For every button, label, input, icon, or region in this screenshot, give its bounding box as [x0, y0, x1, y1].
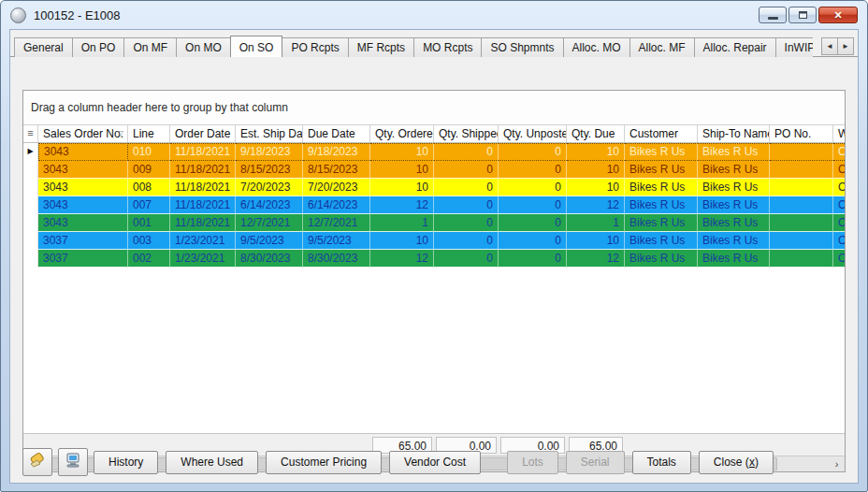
- cell-qty_due[interactable]: 1: [567, 214, 625, 232]
- column-header-order-date[interactable]: Order Date: [170, 125, 236, 142]
- group-by-panel[interactable]: Drag a column header here to group by th…: [23, 91, 845, 125]
- minimize-button[interactable]: [759, 7, 787, 23]
- column-header-line[interactable]: Line: [128, 125, 170, 142]
- cell-ship_to[interactable]: Bikes R Us: [698, 232, 770, 250]
- cell-w[interactable]: Op: [833, 196, 845, 214]
- column-header-sales-order-no[interactable]: Sales Order No.▽: [38, 125, 128, 142]
- cell-w[interactable]: Op: [833, 161, 845, 179]
- cell-qty_ordered[interactable]: 12: [370, 196, 434, 214]
- cell-qty_due[interactable]: 10: [567, 179, 625, 196]
- cell-qty_unposted[interactable]: 0: [499, 214, 567, 232]
- cell-est_ship_date[interactable]: 12/7/2021: [236, 214, 303, 232]
- cell-customer[interactable]: Bikes R Us: [625, 143, 698, 161]
- customer-pricing-button[interactable]: Customer Pricing: [266, 451, 382, 474]
- tab-alloc-repair[interactable]: Alloc. Repair: [694, 37, 776, 57]
- tab-on-so[interactable]: On SO: [230, 36, 283, 57]
- table-row[interactable]: 30370021/23/20218/30/20238/30/2023120012…: [23, 250, 845, 268]
- maximize-button[interactable]: [788, 7, 817, 23]
- table-row[interactable]: 304300811/18/20217/20/20237/20/202310001…: [23, 179, 845, 196]
- cell-customer[interactable]: Bikes R Us: [625, 196, 698, 214]
- cell-order_date[interactable]: 1/23/2021: [170, 232, 236, 250]
- cell-qty_due[interactable]: 10: [567, 232, 625, 250]
- cell-qty_shipped[interactable]: 0: [434, 232, 499, 250]
- cell-est_ship_date[interactable]: 9/5/2023: [236, 232, 303, 250]
- cell-so[interactable]: 3043: [38, 196, 128, 214]
- cell-qty_ordered[interactable]: 1: [370, 214, 434, 232]
- column-header-qty-shipped[interactable]: Qty. Shipped: [434, 125, 499, 142]
- cell-order_date[interactable]: 11/18/2021: [170, 143, 236, 161]
- cell-ship_to[interactable]: Bikes R Us: [698, 214, 770, 232]
- cell-w[interactable]: Op: [833, 143, 845, 161]
- tab-on-mf[interactable]: On MF: [123, 37, 177, 57]
- cell-due_date[interactable]: 6/14/2023: [303, 196, 370, 214]
- table-row[interactable]: 304300711/18/20216/14/20236/14/202312001…: [23, 196, 845, 214]
- tab-inwip[interactable]: InWIP: [775, 37, 813, 57]
- sort-icon[interactable]: ▽: [118, 129, 123, 137]
- where-used-button[interactable]: Where Used: [166, 451, 258, 474]
- cell-qty_unposted[interactable]: 0: [499, 143, 567, 161]
- cell-est_ship_date[interactable]: 8/15/2023: [236, 161, 303, 179]
- cell-order_date[interactable]: 11/18/2021: [170, 179, 236, 196]
- tab-on-mo[interactable]: On MO: [176, 37, 231, 57]
- cell-qty_unposted[interactable]: 0: [499, 196, 567, 214]
- cell-ship_to[interactable]: Bikes R Us: [698, 143, 770, 161]
- cell-qty_unposted[interactable]: 0: [499, 250, 567, 268]
- stamp-button[interactable]: [22, 448, 52, 476]
- cell-due_date[interactable]: 8/15/2023: [303, 161, 370, 179]
- cell-w[interactable]: Op: [833, 214, 845, 232]
- cell-est_ship_date[interactable]: 7/20/2023: [236, 179, 303, 196]
- cell-qty_shipped[interactable]: 0: [434, 196, 499, 214]
- cell-customer[interactable]: Bikes R Us: [625, 232, 698, 250]
- column-header-qty-due[interactable]: Qty. Due: [567, 125, 625, 142]
- tab-mf-rcpts[interactable]: MF Rcpts: [348, 37, 414, 57]
- cell-line[interactable]: 002: [128, 250, 170, 268]
- cell-qty_unposted[interactable]: 0: [499, 179, 567, 196]
- cell-qty_due[interactable]: 12: [567, 196, 625, 214]
- tab-po-rcpts[interactable]: PO Rcpts: [282, 37, 348, 57]
- cell-w[interactable]: Op: [833, 232, 845, 250]
- cell-qty_shipped[interactable]: 0: [434, 214, 499, 232]
- tab-so-shpmnts[interactable]: SO Shpmnts: [481, 37, 563, 57]
- cell-due_date[interactable]: 12/7/2021: [303, 214, 370, 232]
- column-header-qty-unposted[interactable]: Qty. Unposted: [499, 125, 567, 142]
- cell-qty_ordered[interactable]: 10: [370, 179, 434, 196]
- tab-alloc-mf[interactable]: Alloc. MF: [629, 37, 695, 57]
- cell-qty_unposted[interactable]: 0: [499, 232, 567, 250]
- cell-line[interactable]: 001: [128, 214, 170, 232]
- cell-due_date[interactable]: 9/5/2023: [303, 232, 370, 250]
- cell-qty_ordered[interactable]: 10: [370, 161, 434, 179]
- cell-order_date[interactable]: 11/18/2021: [170, 214, 236, 232]
- tab-on-po[interactable]: On PO: [72, 37, 125, 57]
- cell-po_no[interactable]: [770, 232, 833, 250]
- cell-order_date[interactable]: 11/18/2021: [170, 196, 236, 214]
- cell-order_date[interactable]: 1/23/2021: [170, 250, 236, 268]
- cell-qty_due[interactable]: 10: [567, 161, 625, 179]
- history-button[interactable]: History: [94, 451, 158, 474]
- cell-customer[interactable]: Bikes R Us: [625, 214, 698, 232]
- cell-order_date[interactable]: 11/18/2021: [170, 161, 236, 179]
- column-header-w[interactable]: W: [833, 125, 845, 142]
- cell-w[interactable]: Op: [833, 250, 845, 268]
- cell-est_ship_date[interactable]: 6/14/2023: [236, 196, 303, 214]
- cell-line[interactable]: 003: [128, 232, 170, 250]
- cell-qty_shipped[interactable]: 0: [434, 161, 499, 179]
- table-row[interactable]: 304300111/18/202112/7/202112/7/20211001B…: [23, 214, 845, 232]
- cell-qty_due[interactable]: 10: [567, 143, 625, 161]
- close-x-button[interactable]: Close (x): [699, 451, 774, 474]
- table-row[interactable]: ▶304301011/18/20219/18/20239/18/20231000…: [23, 143, 845, 161]
- cell-ship_to[interactable]: Bikes R Us: [698, 161, 770, 179]
- cell-line[interactable]: 009: [128, 161, 170, 179]
- cell-ship_to[interactable]: Bikes R Us: [698, 250, 770, 268]
- column-header-due-date[interactable]: Due Date: [303, 125, 370, 142]
- totals-button[interactable]: Totals: [632, 451, 691, 474]
- cell-est_ship_date[interactable]: 9/18/2023: [236, 143, 303, 161]
- tab-scroll-right-icon[interactable]: ►: [837, 37, 854, 55]
- cell-po_no[interactable]: [770, 179, 833, 196]
- cell-so[interactable]: 3043: [38, 161, 128, 179]
- cell-qty_ordered[interactable]: 12: [370, 250, 434, 268]
- cell-so[interactable]: 3037: [38, 232, 128, 250]
- cell-po_no[interactable]: [770, 196, 833, 214]
- column-header-ship-to-name[interactable]: Ship-To Name: [698, 125, 770, 142]
- cell-qty_ordered[interactable]: 10: [370, 143, 434, 161]
- cell-due_date[interactable]: 8/30/2023: [303, 250, 370, 268]
